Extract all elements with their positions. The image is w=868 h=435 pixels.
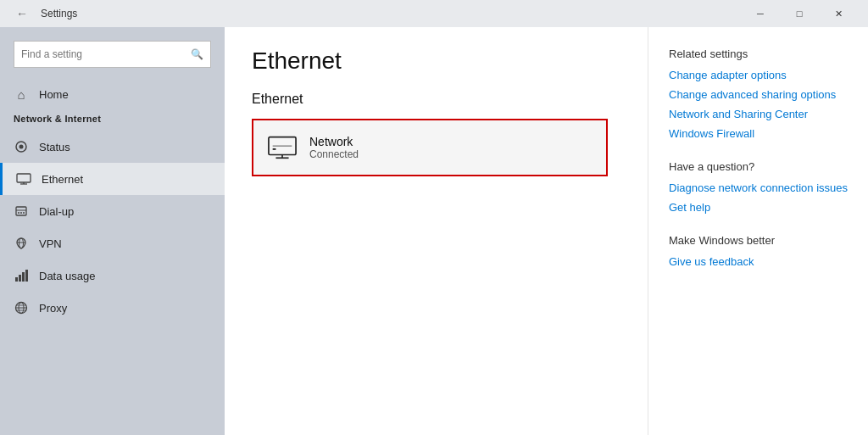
related-settings-section: Related settings Change adapter options …: [669, 47, 848, 140]
svg-point-10: [19, 238, 24, 248]
page-title: Ethernet: [252, 47, 620, 75]
have-a-question-title: Have a question?: [669, 160, 848, 173]
have-a-question-section: Have a question? Diagnose network connec…: [669, 160, 848, 214]
datausage-icon: [14, 268, 29, 283]
back-button[interactable]: ←: [10, 2, 34, 25]
related-link-0[interactable]: Change adapter options: [669, 69, 848, 81]
svg-rect-14: [22, 272, 25, 282]
close-button[interactable]: ✕: [819, 0, 858, 27]
ethernet-icon: [16, 171, 31, 187]
network-name: Network: [309, 135, 359, 148]
dialup-icon: [14, 204, 29, 219]
sidebar-item-ethernet[interactable]: Ethernet: [0, 163, 225, 195]
svg-rect-13: [19, 275, 21, 282]
titlebar-title: Settings: [41, 8, 77, 20]
svg-point-7: [18, 212, 19, 214]
make-better-section: Make Windows better Give us feedback: [669, 234, 848, 268]
related-link-2[interactable]: Network and Sharing Center: [669, 108, 848, 120]
sidebar-item-dialup[interactable]: Dial-up: [0, 195, 225, 227]
question-link-0[interactable]: Diagnose network connection issues: [669, 181, 848, 194]
vpn-icon: [14, 236, 29, 251]
home-icon: ⌂: [14, 86, 29, 102]
titlebar-controls: ─ □ ✕: [741, 0, 858, 27]
sidebar-item-label: Data usage: [39, 270, 96, 282]
network-info: Network Connected: [309, 135, 359, 160]
sidebar-item-label: Status: [39, 141, 70, 153]
question-link-1[interactable]: Get help: [669, 201, 848, 214]
minimize-button[interactable]: ─: [741, 0, 780, 27]
status-icon: [14, 139, 29, 154]
svg-rect-2: [17, 174, 31, 182]
network-card-icon: [267, 132, 298, 163]
related-link-3[interactable]: Windows Firewall: [669, 127, 848, 140]
maximize-button[interactable]: □: [780, 0, 819, 27]
sidebar-item-label: VPN: [39, 237, 62, 250]
make-better-title: Make Windows better: [669, 234, 848, 247]
network-status: Connected: [309, 148, 359, 160]
related-link-1[interactable]: Change advanced sharing options: [669, 88, 848, 101]
sidebar-item-home[interactable]: ⌂ Home: [0, 78, 225, 110]
search-box[interactable]: 🔍: [14, 41, 211, 68]
titlebar-left: ← Settings: [10, 2, 77, 25]
svg-rect-12: [15, 277, 18, 282]
search-icon: 🔍: [191, 48, 203, 60]
sidebar-item-label: Ethernet: [42, 173, 83, 186]
sidebar: 🔍 ⌂ Home Network & Internet Status: [0, 27, 225, 435]
sidebar-item-label: Proxy: [39, 302, 67, 315]
svg-point-1: [19, 145, 24, 149]
svg-rect-15: [25, 270, 28, 282]
main-content: Ethernet Ethernet Network Connected: [225, 27, 648, 435]
svg-point-9: [23, 212, 25, 214]
svg-rect-5: [16, 207, 26, 215]
related-settings-title: Related settings: [669, 47, 848, 60]
network-card[interactable]: Network Connected: [252, 119, 608, 176]
sidebar-item-label: Dial-up: [39, 205, 74, 218]
sidebar-section-label: Network & Internet: [0, 110, 225, 131]
section-title: Ethernet: [252, 92, 620, 107]
svg-point-8: [20, 212, 22, 214]
sidebar-item-status[interactable]: Status: [0, 131, 225, 163]
sidebar-item-label: Home: [39, 88, 69, 101]
sidebar-item-datausage[interactable]: Data usage: [0, 259, 225, 292]
app-body: 🔍 ⌂ Home Network & Internet Status: [0, 27, 868, 435]
proxy-icon: [14, 300, 29, 315]
search-input[interactable]: [21, 48, 191, 60]
sidebar-item-proxy[interactable]: Proxy: [0, 292, 225, 324]
titlebar: ← Settings ─ □ ✕: [0, 0, 868, 27]
make-better-link-0[interactable]: Give us feedback: [669, 255, 848, 268]
right-panel: Related settings Change adapter options …: [648, 27, 868, 435]
sidebar-item-vpn[interactable]: VPN: [0, 227, 225, 259]
